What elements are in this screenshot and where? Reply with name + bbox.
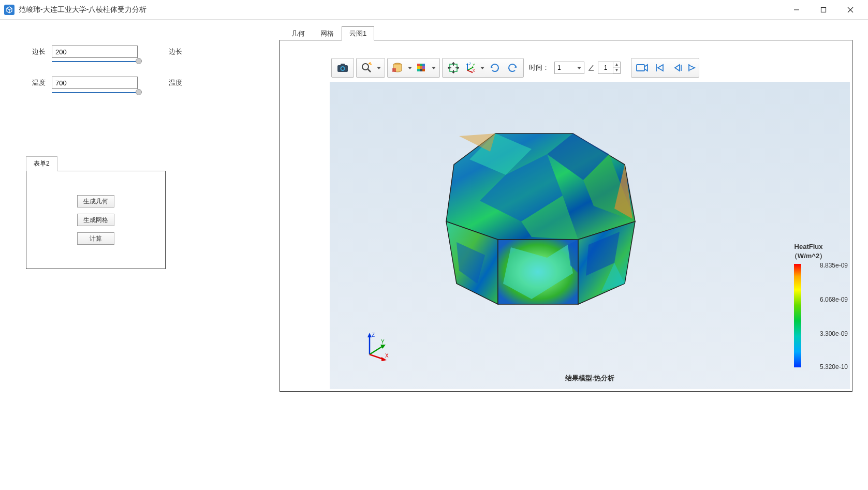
axis-y-label: Y [381, 339, 385, 345]
prism-model [428, 128, 656, 325]
colorbar-tick-2: 3.300e-09 [820, 330, 848, 337]
colorbar: HeatFlux （W/m^2） 8.835e-09 6.068e-09 3.3… [777, 242, 840, 367]
3d-scene[interactable]: Z Y X HeatFlux （W/m^2） [330, 82, 850, 389]
app-icon [4, 5, 14, 15]
svg-rect-19 [420, 69, 422, 71]
svg-marker-50 [367, 333, 372, 337]
svg-rect-14 [422, 64, 425, 66]
compute-button[interactable]: 计算 [77, 232, 114, 245]
svg-rect-12 [417, 64, 420, 66]
time-separator-icon [586, 63, 596, 73]
step-back-button[interactable] [669, 60, 686, 76]
play-button[interactable] [686, 60, 697, 76]
svg-rect-1 [821, 7, 826, 12]
temperature-slider-knob[interactable] [136, 89, 142, 95]
edge-length-label: 边长 [21, 47, 52, 56]
axis-triad: Z Y X [362, 331, 393, 362]
temperature-slider[interactable] [52, 90, 140, 93]
tab-mesh[interactable]: 网格 [313, 26, 342, 40]
window-title: 范峻玮-大连工业大学-八棱柱体受力分析 [19, 5, 783, 14]
screenshot-button[interactable] [334, 60, 351, 76]
svg-rect-5 [341, 64, 345, 66]
chevron-down-icon [408, 67, 412, 69]
tab-cloud[interactable]: 云图1 [342, 26, 374, 40]
chevron-down-icon [577, 67, 581, 69]
temperature-input[interactable] [52, 77, 138, 89]
chevron-down-icon [377, 67, 381, 69]
temperature-unit: 温度 [169, 78, 182, 87]
view-tabs: 几何 网格 云图1 [284, 26, 852, 40]
maximize-button[interactable] [810, 1, 837, 19]
close-button[interactable] [837, 1, 864, 19]
svg-rect-15 [417, 66, 420, 69]
svg-line-51 [370, 346, 384, 354]
svg-text:Z: Z [469, 62, 472, 66]
svg-point-7 [342, 67, 344, 70]
spinner-down-icon[interactable]: ▼ [613, 68, 620, 73]
svg-rect-16 [420, 66, 422, 69]
time-select-value: 1 [557, 64, 561, 71]
svg-text:X: X [473, 69, 475, 72]
form-tab[interactable]: 表单2 [26, 156, 57, 171]
svg-point-8 [362, 64, 369, 70]
chevron-down-icon [432, 67, 436, 69]
viewport-toolbar: ZYX 时间： 1 [329, 57, 852, 79]
svg-rect-13 [420, 64, 422, 66]
svg-rect-17 [422, 66, 425, 69]
colorbar-title-1: HeatFlux [795, 243, 823, 250]
colorbar-title-2: （W/m^2） [791, 252, 826, 260]
axis-orient-button[interactable]: ZYX [462, 60, 486, 76]
rotate-ccw-button[interactable] [486, 60, 504, 76]
viewport: ZYX 时间： 1 [279, 40, 852, 392]
svg-line-28 [589, 65, 593, 70]
skip-start-button[interactable] [651, 60, 669, 76]
svg-rect-30 [637, 65, 644, 71]
camera-view-button[interactable] [634, 60, 651, 76]
frame-spinner-value: 1 [598, 64, 613, 71]
colorbar-tick-1: 6.068e-09 [820, 296, 848, 303]
chevron-down-icon [480, 67, 484, 69]
model-caption: 结果模型:热分析 [330, 374, 850, 383]
tab-geometry[interactable]: 几何 [284, 26, 313, 40]
svg-text:Y: Y [473, 63, 475, 67]
edge-length-unit: 边长 [169, 47, 182, 56]
form-box: 生成几何 生成网格 计算 [26, 171, 166, 269]
titlebar: 范峻玮-大连工业大学-八棱柱体受力分析 [0, 0, 868, 20]
zoom-button[interactable] [359, 60, 382, 76]
generate-mesh-button[interactable]: 生成网格 [77, 214, 114, 226]
svg-rect-18 [417, 69, 420, 71]
svg-rect-20 [422, 69, 425, 71]
transparency-button[interactable] [390, 60, 414, 76]
minimize-button[interactable] [783, 1, 810, 19]
pan-button[interactable] [445, 60, 462, 76]
axis-z-label: Z [372, 332, 375, 338]
generate-geometry-button[interactable]: 生成几何 [77, 195, 114, 207]
spinner-up-icon[interactable]: ▲ [613, 62, 620, 68]
edge-length-input[interactable] [52, 46, 138, 58]
colormap-button[interactable] [414, 60, 437, 76]
svg-rect-11 [392, 68, 396, 72]
time-select[interactable]: 1 [554, 62, 584, 74]
rotate-cw-button[interactable] [504, 60, 521, 76]
colorbar-tick-0: 8.835e-09 [820, 262, 848, 269]
colorbar-tick-3: 5.320e-10 [820, 363, 848, 370]
time-label: 时间： [529, 63, 549, 72]
axis-x-label: X [385, 353, 389, 359]
edge-length-slider-knob[interactable] [136, 58, 142, 64]
frame-spinner[interactable]: 1 ▲▼ [598, 62, 621, 74]
left-panel: 边长 边长 温度 温度 表单2 生成几何 生成网格 计算 [0, 20, 279, 490]
temperature-label: 温度 [21, 78, 52, 87]
edge-length-slider[interactable] [52, 59, 140, 62]
svg-line-9 [368, 69, 371, 72]
